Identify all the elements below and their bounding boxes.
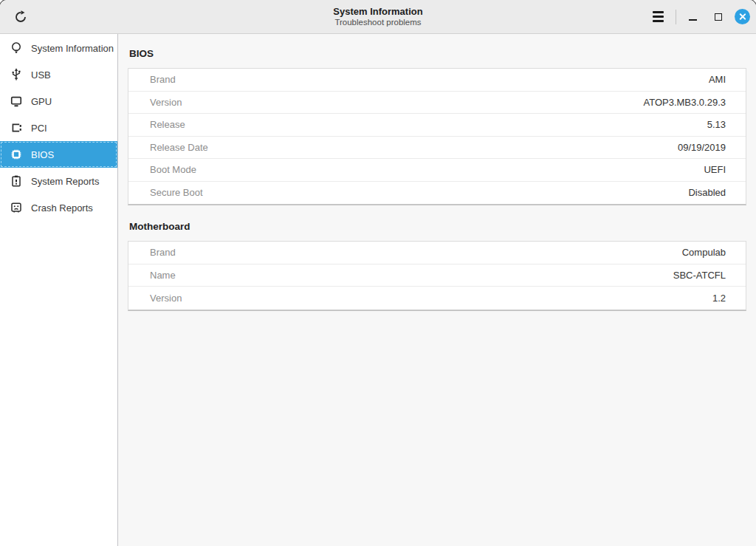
sidebar-item-label: System Information xyxy=(31,43,114,54)
table-row: Brand Compulab xyxy=(128,242,746,265)
window-subtitle: Troubleshoot problems xyxy=(334,17,421,27)
sidebar-item-pci[interactable]: PCI xyxy=(0,115,117,141)
table-row: Version ATOP3.MB3.0.29.3 xyxy=(128,92,746,115)
maximize-icon xyxy=(715,13,722,21)
hamburger-icon xyxy=(653,11,664,13)
table-row: Version 1.2 xyxy=(128,287,746,310)
pci-card-icon xyxy=(9,120,24,135)
bios-table: Brand AMI Version ATOP3.MB3.0.29.3 Relea… xyxy=(128,68,746,205)
row-label: Release xyxy=(150,119,185,130)
sidebar: System Information USB xyxy=(0,34,118,546)
row-label: Name xyxy=(150,270,176,281)
sidebar-item-label: Crash Reports xyxy=(31,202,93,214)
motherboard-table: Brand Compulab Name SBC-ATCFL Version 1.… xyxy=(128,241,746,311)
row-label: Boot Mode xyxy=(150,164,196,175)
sidebar-item-label: GPU xyxy=(31,96,52,107)
sidebar-item-crash-reports[interactable]: Crash Reports xyxy=(0,194,117,221)
refresh-button[interactable] xyxy=(10,7,31,27)
window-title: System Information xyxy=(333,6,422,17)
window-title-block: System Information Troubleshoot problems xyxy=(0,0,756,33)
window-controls xyxy=(647,6,750,28)
row-label: Version xyxy=(150,293,182,304)
row-value: SBC-ATCFL xyxy=(673,270,726,281)
row-value: 1.2 xyxy=(712,293,726,304)
minimize-icon xyxy=(689,19,697,21)
crash-face-icon xyxy=(9,200,24,215)
table-row: Release Date 09/19/2019 xyxy=(128,137,746,160)
monitor-icon xyxy=(9,94,24,109)
content-panel: BIOS Brand AMI Version ATOP3.MB3.0.29.3 … xyxy=(118,34,756,546)
app-window: System Information Troubleshoot problems xyxy=(0,0,756,546)
table-row: Name SBC-ATCFL xyxy=(128,265,746,287)
table-row: Boot Mode UEFI xyxy=(128,159,746,182)
clipboard-alert-icon xyxy=(9,174,24,188)
header-bar: System Information Troubleshoot problems xyxy=(0,0,756,34)
maximize-button[interactable] xyxy=(709,7,728,27)
row-value: UEFI xyxy=(704,164,726,175)
row-label: Brand xyxy=(150,74,176,85)
row-value: Disabled xyxy=(688,187,726,198)
row-value: ATOP3.MB3.0.29.3 xyxy=(643,97,726,108)
close-icon xyxy=(738,13,746,21)
close-button[interactable] xyxy=(735,9,750,24)
sidebar-item-label: BIOS xyxy=(31,149,54,160)
row-label: Version xyxy=(150,97,182,108)
row-value: Compulab xyxy=(682,247,726,258)
section-title-bios: BIOS xyxy=(129,48,746,59)
table-row: Brand AMI xyxy=(128,69,746,92)
usb-icon xyxy=(9,67,24,82)
table-row: Secure Boot Disabled xyxy=(128,182,746,205)
sidebar-item-label: USB xyxy=(31,69,51,81)
sidebar-item-gpu[interactable]: GPU xyxy=(0,88,117,115)
row-label: Release Date xyxy=(150,142,208,153)
main-area: System Information USB xyxy=(0,34,756,546)
chip-icon xyxy=(9,147,24,162)
controls-divider xyxy=(676,10,676,24)
sidebar-item-bios[interactable]: BIOS xyxy=(0,141,117,168)
sidebar-item-system-information[interactable]: System Information xyxy=(0,35,117,61)
section-title-motherboard: Motherboard xyxy=(129,221,746,232)
table-row: Release 5.13 xyxy=(128,114,746,137)
row-label: Brand xyxy=(150,247,176,258)
minimize-button[interactable] xyxy=(683,7,702,27)
row-value: AMI xyxy=(709,74,726,85)
row-value: 5.13 xyxy=(707,119,726,130)
sidebar-item-system-reports[interactable]: System Reports xyxy=(0,168,117,194)
row-value: 09/19/2019 xyxy=(678,142,726,153)
menu-button[interactable] xyxy=(647,6,669,28)
row-label: Secure Boot xyxy=(150,187,203,198)
refresh-icon xyxy=(13,10,28,24)
lightbulb-icon xyxy=(9,41,24,55)
sidebar-item-usb[interactable]: USB xyxy=(0,61,117,88)
sidebar-item-label: System Reports xyxy=(31,176,99,187)
sidebar-item-label: PCI xyxy=(31,123,47,134)
